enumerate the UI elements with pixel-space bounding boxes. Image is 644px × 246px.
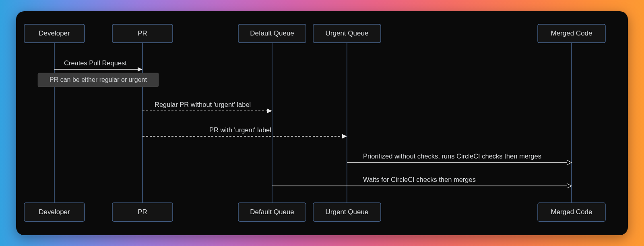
actor-label: Urgent Queue [326, 29, 369, 37]
diagram-panel: Developer PR Default Queue Urgent Queue … [16, 11, 628, 235]
svg-marker-11 [342, 134, 347, 139]
note-pr-type: PR can be either regular or urgent [38, 73, 159, 87]
actor-top-developer: Developer [24, 24, 85, 43]
svg-marker-9 [267, 109, 272, 113]
msg-regular-pr: Regular PR without 'urgent' label [142, 101, 272, 113]
actor-top-merged-code: Merged Code [538, 24, 605, 43]
msg-label: Regular PR without 'urgent' label [155, 101, 251, 108]
actor-top-default-queue: Default Queue [238, 24, 306, 43]
actor-bottom-urgent-queue: Urgent Queue [313, 203, 381, 221]
actor-label: Default Queue [250, 29, 294, 37]
actor-bottom-pr: PR [112, 203, 173, 221]
msg-urgent-pr: PR with 'urgent' label [142, 126, 347, 138]
msg-prioritized: Prioritized without checks, runs CircleC… [347, 152, 572, 165]
actor-label: Urgent Queue [326, 208, 369, 216]
msg-label: Waits for CircleCI checks then merges [363, 176, 476, 183]
actor-bottom-default-queue: Default Queue [238, 203, 306, 221]
msg-waits: Waits for CircleCI checks then merges [272, 176, 572, 188]
svg-marker-6 [138, 67, 142, 72]
actor-label: Merged Code [551, 208, 592, 216]
actor-label: PR [138, 29, 147, 37]
actor-label: Default Queue [250, 208, 294, 216]
actor-label: Developer [39, 208, 70, 216]
msg-label: Prioritized without checks, runs CircleC… [363, 152, 541, 160]
actor-top-pr: PR [112, 24, 173, 43]
msg-create-pr: Creates Pull Request [54, 59, 142, 71]
msg-label: PR with 'urgent' label [209, 126, 271, 133]
actor-label: Merged Code [551, 29, 592, 37]
actor-label: PR [138, 208, 147, 216]
actor-top-urgent-queue: Urgent Queue [313, 24, 381, 43]
actor-bottom-developer: Developer [24, 203, 85, 221]
actor-label: Developer [39, 29, 70, 37]
note-label: PR can be either regular or urgent [50, 76, 147, 83]
msg-label: Creates Pull Request [64, 59, 127, 67]
sequence-diagram: Developer PR Default Queue Urgent Queue … [16, 11, 628, 235]
actor-bottom-merged-code: Merged Code [538, 203, 605, 221]
gradient-background: Developer PR Default Queue Urgent Queue … [0, 0, 644, 246]
